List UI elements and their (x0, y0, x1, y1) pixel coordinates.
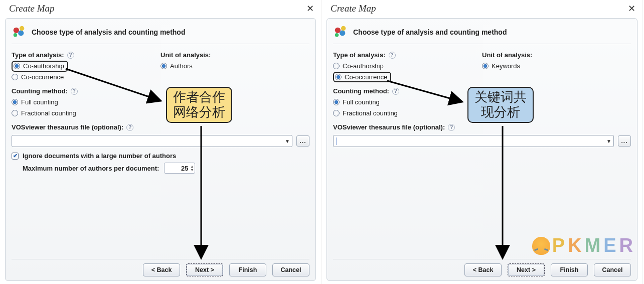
next-button[interactable]: Next > (508, 263, 545, 276)
svg-point-8 (341, 26, 346, 31)
max-authors-spinner[interactable]: 25 ▲▼ (164, 163, 195, 174)
titlebar: Create Map ✕ (0, 0, 321, 16)
wizard-icon (12, 25, 27, 40)
window-title: Create Map (9, 3, 55, 14)
radio-co-authorship[interactable]: Co-authorship (12, 61, 68, 72)
thesaurus-label: VOSviewer thesaurus file (optional): (12, 123, 123, 131)
wizard-heading: Choose type of analysis and counting met… (32, 28, 185, 36)
unit-of-analysis-label: Unit of analysis: (482, 51, 532, 59)
wizard-icon (333, 25, 348, 40)
back-button[interactable]: < Back (464, 263, 502, 276)
help-icon[interactable]: ? (67, 52, 74, 59)
annotation-left: 作者合作 网络分析 (166, 87, 232, 123)
watermark-logo-icon (532, 237, 550, 255)
chevron-down-icon: ▼ (606, 138, 611, 144)
help-icon[interactable]: ? (448, 124, 455, 131)
svg-point-2 (20, 26, 24, 31)
close-icon[interactable]: ✕ (628, 3, 635, 14)
thesaurus-combobox[interactable]: ▼ (12, 135, 292, 147)
help-icon[interactable]: ? (71, 88, 78, 95)
watermark: PKMER (532, 235, 634, 256)
radio-co-authorship[interactable]: Co-authorship (333, 61, 482, 72)
help-icon[interactable]: ? (126, 124, 133, 131)
counting-method-label: Counting method: (12, 87, 68, 95)
radio-co-occurrence[interactable]: Co-occurrence (333, 72, 391, 83)
chevron-down-icon: ▼ (285, 138, 290, 144)
browse-button[interactable]: ... (618, 135, 631, 147)
wizard-header: Choose type of analysis and counting met… (333, 23, 631, 44)
wizard-heading: Choose type of analysis and counting met… (353, 28, 507, 36)
wizard-header: Choose type of analysis and counting met… (12, 23, 309, 44)
radio-fractional-counting[interactable]: Fractional counting (333, 108, 482, 119)
svg-point-1 (18, 30, 24, 36)
svg-point-6 (335, 28, 341, 33)
cancel-button[interactable]: Cancel (272, 263, 309, 276)
annotation-right: 关键词共 现分析 (467, 87, 534, 123)
ignore-docs-label: Ignore documents with a large number of … (23, 152, 176, 160)
dialog-right: Create Map ✕ Choose type of analysis and… (321, 0, 643, 284)
radio-fractional-counting[interactable]: Fractional counting (12, 108, 160, 119)
titlebar: Create Map ✕ (321, 0, 642, 16)
radio-co-occurrence[interactable]: Co-occurrence (12, 72, 160, 83)
radio-authors[interactable]: Authors (160, 61, 309, 72)
radio-full-counting[interactable]: Full counting (333, 97, 482, 108)
help-icon[interactable]: ? (389, 52, 396, 59)
svg-point-0 (14, 28, 19, 33)
back-button[interactable]: < Back (143, 263, 180, 276)
type-of-analysis-label: Type of analysis: (333, 51, 386, 59)
wizard-footer: < Back Next > Finish Cancel (12, 259, 309, 276)
radio-keywords[interactable]: Keywords (482, 61, 631, 72)
unit-of-analysis-label: Unit of analysis: (160, 51, 211, 59)
help-icon[interactable]: ? (392, 88, 399, 95)
counting-method-label: Counting method: (333, 87, 389, 95)
finish-button[interactable]: Finish (551, 263, 588, 276)
close-icon[interactable]: ✕ (306, 3, 314, 14)
caret-icon (337, 137, 606, 145)
window-title: Create Map (331, 3, 376, 14)
cancel-button[interactable]: Cancel (594, 263, 631, 276)
ignore-docs-checkbox[interactable]: ✔ (12, 153, 19, 160)
dialog-body: Choose type of analysis and counting met… (327, 18, 637, 281)
dialog-body: Choose type of analysis and counting met… (5, 18, 316, 281)
next-button[interactable]: Next > (186, 263, 223, 276)
svg-point-7 (340, 30, 345, 36)
thesaurus-label: VOSviewer thesaurus file (optional): (333, 123, 445, 131)
finish-button[interactable]: Finish (229, 263, 266, 276)
type-of-analysis-label: Type of analysis: (12, 51, 64, 59)
radio-full-counting[interactable]: Full counting (12, 97, 160, 108)
svg-point-3 (14, 33, 18, 37)
browse-button[interactable]: ... (296, 135, 309, 147)
thesaurus-combobox[interactable]: ▼ (333, 135, 614, 147)
dialog-left: Create Map ✕ Choose type of analysis and… (0, 0, 321, 284)
max-authors-label: Maximum number of authors per document: (23, 165, 159, 172)
wizard-footer: < Back Next > Finish Cancel (333, 259, 631, 276)
svg-point-9 (335, 33, 339, 37)
